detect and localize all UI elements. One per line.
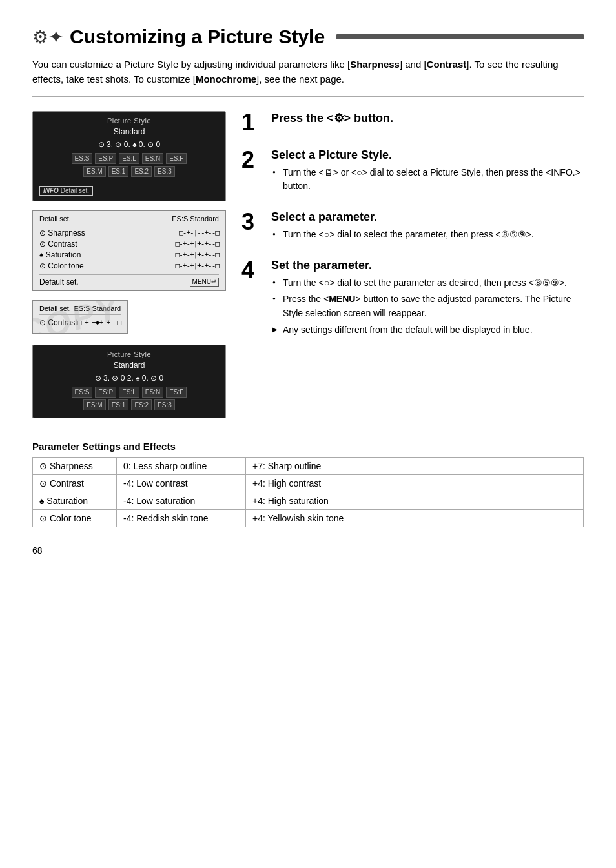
detail-row-contrast-only: ⊙ Contrast □-+-+◆+-+--□ (39, 318, 121, 327)
slider-contrast: □-+-+|+-+--□ (176, 239, 219, 248)
screenshot-4: Picture Style Standard ⊙ 3. ⊙ 0 2. ♠ 0. … (32, 345, 226, 418)
step-4-content: Set the parameter. Turn the <○> dial to … (271, 259, 584, 340)
ss4-subtitle: Standard (39, 361, 219, 370)
param-name-saturation: ♠ Saturation (39, 250, 81, 259)
title-row: ⚙︎✦ Customizing a Picture Style (32, 26, 584, 48)
ss1-values: ⊙ 3. ⊙ 0. ♠ 0. ⊙ 0 (39, 140, 219, 149)
detail-title-2: Detail set. (39, 215, 71, 223)
default-row: Default set. MENU↵ (39, 274, 219, 287)
page-number: 68 (32, 545, 584, 556)
title-bar (336, 34, 584, 39)
left-column: Picture Style Standard ⊙ 3. ⊙ 0. ♠ 0. ⊙ … (32, 111, 226, 427)
detail-style-3: ES:S Standard (74, 305, 121, 312)
ss-cell-sm: ES:M (83, 166, 105, 177)
param-low-colortone: -4: Reddish skin tone (117, 509, 246, 527)
detail-style-2: ES:S Standard (172, 215, 219, 223)
main-layout: Picture Style Standard ⊙ 3. ⊙ 0. ♠ 0. ⊙ … (32, 111, 584, 427)
step-1-num: 1 (241, 111, 262, 134)
title-icon: ⚙︎✦ (32, 26, 63, 48)
detail-row-sharpness: ⊙ Sharpness □-+-|--+--□ (39, 228, 219, 237)
ss4-cell-s2: ES:2 (131, 399, 152, 410)
ss4-cell-sf: ES:F (166, 387, 187, 398)
step-4-title: Set the parameter. (271, 259, 584, 272)
ss4-cell-ss: ES:S (72, 387, 93, 398)
param-contrast-only: ⊙ Contrast (39, 318, 77, 327)
page-title: Customizing a Picture Style (70, 26, 325, 48)
param-high-colortone: +4: Yellowish skin tone (246, 509, 584, 527)
detail-row-saturation: ♠ Saturation □-+-+|+-+--□ (39, 250, 219, 259)
ss-cell-ss: ES:S (72, 153, 93, 164)
ss-cell-s2: ES:2 (131, 166, 152, 177)
ss1-cells-row2: ES:M ES:1 ES:2 ES:3 (39, 166, 219, 177)
screenshot-3: Detail set. ES:S Standard ⊙ Contrast □-+… (32, 300, 128, 334)
param-section: Parameter Settings and Effects ⊙ Sharpne… (32, 434, 584, 527)
step-2-body: Turn the <🖥> or <○> dial to select a Pic… (271, 166, 584, 194)
param-low-sharpness: 0: Less sharp outline (117, 457, 246, 474)
step-2-title: Select a Picture Style. (271, 148, 584, 162)
table-row-contrast: ⊙ Contrast -4: Low contrast +4: High con… (33, 474, 584, 492)
table-row-colortone: ⊙ Color tone -4: Reddish skin tone +4: Y… (33, 509, 584, 527)
step-3-content: Select a parameter. Turn the <○> dial to… (271, 210, 584, 245)
slider-contrast-only: □-+-+◆+-+--□ (77, 318, 121, 327)
param-name-contrast: ⊙ Contrast (39, 239, 77, 248)
table-row-saturation: ♠ Saturation -4: Low saturation +4: High… (33, 492, 584, 509)
ss-cell-sp: ES:P (95, 153, 116, 164)
table-row-sharpness: ⊙ Sharpness 0: Less sharp outline +7: Sh… (33, 457, 584, 474)
ss4-title: Picture Style (39, 350, 219, 358)
slider-colortone: □-+-+|+-+--□ (176, 261, 219, 270)
ss1-subtitle: Standard (39, 127, 219, 136)
ss1-info: INFO Detail set. (39, 182, 219, 196)
ss4-cell-sl: ES:L (119, 387, 139, 398)
screenshot-2: Detail set. ES:S Standard ⊙ Sharpness □-… (32, 210, 226, 291)
step-2-content: Select a Picture Style. Turn the <🖥> or … (271, 148, 584, 196)
step-3-num: 3 (241, 210, 262, 234)
ss4-cell-sn: ES:N (142, 387, 163, 398)
step-1-content: Press the <⚙︎> button. (271, 111, 584, 129)
param-icon-colortone: ⊙ Color tone (33, 509, 117, 527)
step-3-title: Select a parameter. (271, 210, 584, 224)
ss1-title: Picture Style (39, 117, 219, 125)
detail-header-3: Detail set. ES:S Standard (39, 305, 121, 315)
ss-cell-s3: ES:3 (154, 166, 175, 177)
ss-cell-sf: ES:F (166, 153, 187, 164)
right-column: 1 Press the <⚙︎> button. 2 Select a Pict… (241, 111, 584, 427)
param-icon-saturation: ♠ Saturation (33, 492, 117, 509)
ss4-cell-sp: ES:P (95, 387, 116, 398)
screenshot-1: Picture Style Standard ⊙ 3. ⊙ 0. ♠ 0. ⊙ … (32, 111, 226, 201)
step-4-arrow-1: Any settings different from the default … (271, 323, 584, 338)
param-name-sharpness: ⊙ Sharpness (39, 228, 85, 237)
ss1-cells-row1: ES:S ES:P ES:L ES:N ES:F (39, 153, 219, 164)
param-low-contrast: -4: Low contrast (117, 474, 246, 492)
param-low-saturation: -4: Low saturation (117, 492, 246, 509)
slider-saturation: □-+-+|+-+--□ (176, 250, 219, 259)
step-4-bullet-2: Press the <MENU> button to save the adju… (271, 292, 584, 320)
param-high-saturation: +4: High saturation (246, 492, 584, 509)
ss-cell-s1: ES:1 (108, 166, 129, 177)
param-table: ⊙ Sharpness 0: Less sharp outline +7: Sh… (32, 457, 584, 527)
step-4-num: 4 (241, 259, 262, 282)
step-2-bullet-1: Turn the <🖥> or <○> dial to select a Pic… (271, 166, 584, 194)
ss4-cell-s1: ES:1 (108, 399, 129, 410)
default-label: Default set. (39, 278, 79, 287)
step-2: 2 Select a Picture Style. Turn the <🖥> o… (241, 148, 584, 196)
step-1: 1 Press the <⚙︎> button. (241, 111, 584, 134)
detail-title-3: Detail set. (39, 305, 71, 312)
param-name-colortone: ⊙ Color tone (39, 261, 84, 270)
ss4-values: ⊙ 3. ⊙ 0 2. ♠ 0. ⊙ 0 (39, 374, 219, 383)
ss-cell-sl: ES:L (119, 153, 139, 164)
intro-text: You can customize a Picture Style by adj… (32, 57, 584, 97)
ss4-cell-sm: ES:M (83, 399, 105, 410)
step-4: 4 Set the parameter. Turn the <○> dial t… (241, 259, 584, 340)
step-3: 3 Select a parameter. Turn the <○> dial … (241, 210, 584, 245)
info-button: INFO Detail set. (39, 186, 93, 196)
detail-row-colortone: ⊙ Color tone □-+-+|+-+--□ (39, 261, 219, 270)
param-icon-contrast: ⊙ Contrast (33, 474, 117, 492)
step-4-body: Turn the <○> dial to set the parameter a… (271, 276, 584, 338)
detail-row-contrast: ⊙ Contrast □-+-+|+-+--□ (39, 239, 219, 248)
param-section-title: Parameter Settings and Effects (32, 441, 584, 452)
ss4-cells-row1: ES:S ES:P ES:L ES:N ES:F (39, 387, 219, 398)
menu-icon: MENU↵ (190, 278, 219, 287)
ss-cell-sn: ES:N (142, 153, 163, 164)
param-icon-sharpness: ⊙ Sharpness (33, 457, 117, 474)
detail-header-2: Detail set. ES:S Standard (39, 215, 219, 225)
